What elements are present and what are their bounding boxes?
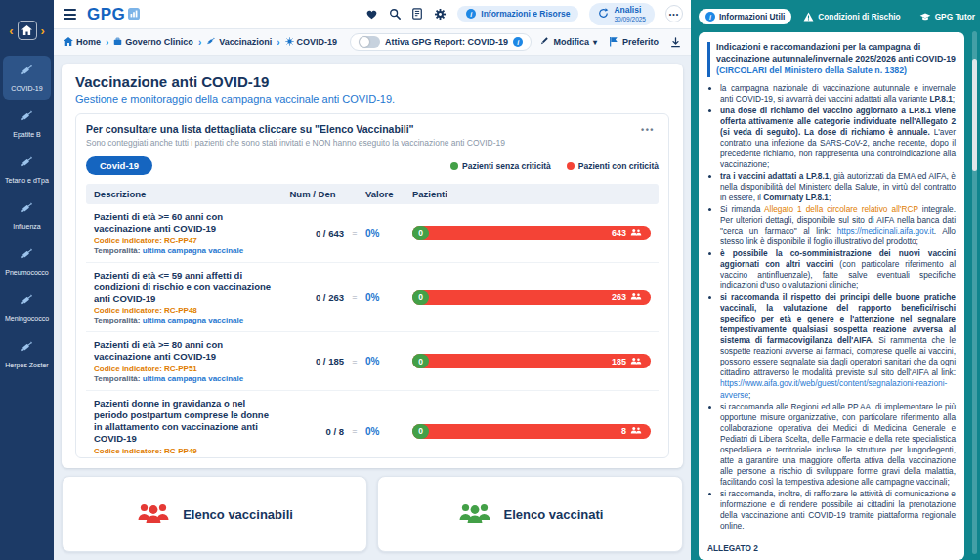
table-row: Pazienti donne in gravidanza o nel perio… (86, 391, 659, 458)
pencil-icon (539, 36, 549, 48)
row-indicator-code: Codice indicatore: RC-PP49 (94, 447, 277, 455)
tabs-holder: iInformazioni UtiliCondizioni di Rischio… (699, 9, 980, 24)
row-temporality: Temporalità: ultima campagna vaccinale (94, 456, 277, 458)
patients-bar[interactable]: 08 (412, 424, 651, 439)
temporality-link[interactable]: ultima campagna vaccinale (143, 316, 244, 324)
report-info-icon[interactable]: i (513, 37, 523, 47)
panel-header: Per consultare una lista dettagliata cli… (86, 123, 659, 148)
gpg-report-toggle[interactable] (359, 36, 380, 48)
temporality-link[interactable]: ultima campagna vaccinale (143, 246, 244, 255)
tab-condizioni-di-rischio[interactable]: Condizioni di Rischio (796, 9, 907, 24)
nav-forward-icon[interactable]: › (41, 24, 45, 37)
bar-critical-count: 263 (612, 292, 626, 302)
breadcrumb-item-covid-19[interactable]: COVID-19 (285, 37, 338, 48)
breadcrumb-item-governo-clinico[interactable]: Governo Clinico (113, 37, 193, 48)
breadcrumb-item-vaccinazioni[interactable]: Vaccinazioni (206, 36, 272, 48)
row-temporality: Temporalità: ultima campagna vaccinale (94, 316, 277, 324)
sidebar-item-tetano-e-dtpa[interactable]: Tetano e dTpa (3, 148, 51, 192)
table-header: Descrizione Num / Den Valore Pazienti (86, 184, 659, 204)
equals-sign: = (348, 426, 362, 436)
row-value: 0% (365, 356, 408, 366)
legend-item-pazienti-senza-criticit: Pazienti senza criticità (450, 161, 551, 171)
card-elenco-vaccinabili[interactable]: Elenco vaccinabili (62, 476, 367, 552)
info-title-main: Indicazioni e raccomandazioni per la cam… (716, 42, 956, 64)
sidebar-item-label: Tetano e dTpa (5, 176, 49, 185)
filter-row: Covid-19 Pazienti senza criticitàPazient… (86, 156, 659, 175)
bar-ok-count: 0 (412, 424, 429, 439)
info-resources-button[interactable]: i Informazioni e Risorse (457, 6, 578, 22)
briefcase-icon (113, 37, 122, 48)
legend-dot-icon (450, 162, 458, 170)
temporality-link[interactable]: ultima campagna vaccinale (143, 374, 244, 383)
sidebar-item-epatite-b[interactable]: Epatite B (3, 102, 51, 146)
sidebar-item-label: Epatite B (13, 130, 40, 139)
card-label: Elenco vaccinabili (183, 507, 293, 522)
bar-critical-count: 643 (612, 228, 626, 237)
sidebar-item-label: Influenza (13, 222, 40, 231)
scrollbar-thumb[interactable] (972, 59, 977, 171)
people-group-icon (457, 500, 492, 529)
row-num-den: 0 / 263 (281, 292, 344, 303)
indicator-table-body: Pazienti di età >= 60 anni con vaccinazi… (86, 204, 659, 458)
patients-bar[interactable]: 0263 (412, 290, 651, 305)
sidebar-item-label: COVID-19 (11, 84, 42, 93)
search-icon[interactable] (389, 8, 401, 20)
right-panel-scrollbar[interactable] (972, 31, 977, 554)
row-indicator-code: Codice indicatore: RC-PP51 (94, 365, 277, 373)
info-icon: i (705, 12, 715, 22)
breadcrumb-actions: Modifica ▾ Preferito (539, 36, 681, 49)
card-label: Elenco vaccinati (504, 507, 604, 522)
chevron-right-icon: › (106, 37, 108, 48)
syringe-icon (20, 292, 34, 311)
row-value: 0% (365, 228, 408, 238)
gear-icon[interactable] (434, 8, 447, 21)
right-panel-tabs: iInformazioni UtiliCondizioni di Rischio… (699, 5, 964, 28)
tutor-icon (919, 13, 931, 22)
nav-back-icon[interactable]: ‹ (9, 24, 13, 37)
sidebar-item-covid-19[interactable]: COVID-19 (3, 56, 51, 100)
covid19-filter-pill[interactable]: Covid-19 (86, 156, 152, 175)
sidebar-item-pneumococco[interactable]: Pneumococco (3, 239, 51, 283)
syringe-icon (20, 339, 34, 358)
sidebar-item-influenza[interactable]: Influenza (3, 194, 51, 237)
tab-informazioni-utili[interactable]: iInformazioni Utili (699, 9, 791, 24)
indicator-table: Descrizione Num / Den Valore Pazienti Pa… (86, 184, 659, 458)
panel-menu-icon[interactable]: ••• (637, 123, 659, 137)
virus-icon (285, 37, 294, 48)
heart-icon[interactable] (365, 8, 378, 20)
info-card: Indicazioni e raccomandazioni per la cam… (699, 32, 964, 560)
modify-button[interactable]: Modifica ▾ (539, 36, 597, 48)
analysis-date: 30/09/2025 (614, 16, 646, 22)
row-num-den: 0 / 185 (281, 356, 344, 366)
menu-icon[interactable] (62, 7, 78, 22)
breadcrumb-item-home[interactable]: Home (64, 37, 101, 48)
home-icon[interactable] (18, 21, 37, 40)
indicators-panel: Per consultare una lista dettagliata cli… (75, 113, 669, 458)
temporality-link[interactable]: ultima campagna vaccinale (143, 456, 244, 458)
syringe-icon (20, 200, 34, 219)
tab-gpg-tutor[interactable]: GPG Tutor (913, 9, 980, 24)
info-bullet: la campagna nazionale di vaccinazione au… (720, 83, 956, 105)
syringe-icon (20, 63, 34, 81)
patients-bar[interactable]: 0643 (412, 226, 651, 240)
sidebar-item-label: Herpes Zoster (5, 361, 48, 369)
sidebar-item-herpes-zoster[interactable]: Herpes Zoster (3, 332, 51, 376)
chevron-right-icon: › (198, 37, 201, 48)
more-options-button[interactable]: ••• (665, 5, 683, 22)
panel-subheading: Sono conteggiati anche tutti i pazienti … (86, 138, 505, 148)
info-bullet: si raccomanda alle Regioni ed alle PP.AA… (720, 402, 956, 488)
info-icon: i (466, 9, 476, 19)
col-num-den: Num / Den (281, 189, 344, 199)
download-icon[interactable] (670, 37, 681, 48)
info-title: Indicazioni e raccomandazioni per la cam… (707, 42, 956, 77)
card-elenco-vaccinati[interactable]: Elenco vaccinati (377, 476, 683, 552)
sidebar-item-meningococco[interactable]: Meningococco (3, 285, 51, 329)
info-bullet: si raccomanda il rispetto dei principi d… (720, 292, 956, 400)
col-pazienti: Pazienti (412, 189, 651, 199)
row-value: 0% (365, 426, 408, 437)
book-icon[interactable] (411, 8, 423, 20)
col-valore: Valore (365, 189, 408, 199)
analysis-button[interactable]: Analisi 30/09/2025 (589, 3, 655, 24)
favorite-button[interactable]: Preferito (609, 36, 659, 49)
patients-bar[interactable]: 0185 (412, 354, 651, 368)
